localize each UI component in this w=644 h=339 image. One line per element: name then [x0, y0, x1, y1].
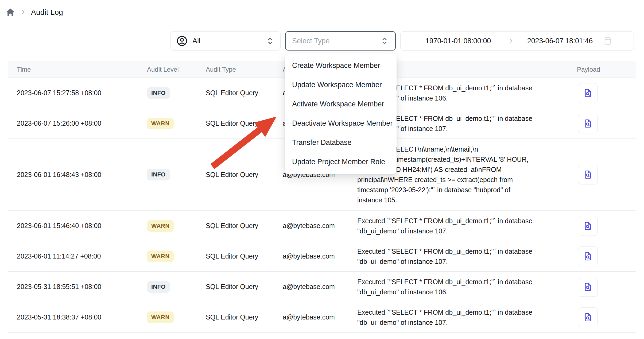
cell-payload: [572, 83, 636, 103]
filter-bar: All Select Type 1970-01-01 08:00:00 2023…: [0, 31, 644, 51]
breadcrumb: Audit Log: [0, 0, 644, 18]
type-option[interactable]: Activate Workspace Member: [285, 94, 397, 114]
cell-audit-level: INFO: [147, 87, 206, 99]
payload-view-button[interactable]: [578, 216, 598, 236]
payload-document-search-icon: [583, 170, 593, 180]
table-row: 2023-06-01 11:14:27 +08:00WARNSQL Editor…: [8, 241, 636, 272]
cell-payload: [572, 277, 636, 297]
date-range-start[interactable]: 1970-01-01 08:00:00: [425, 37, 491, 45]
payload-view-button[interactable]: [578, 246, 598, 266]
cell-time: 2023-05-31 18:55:51 +08:00: [8, 283, 147, 291]
type-filter-select[interactable]: Select Type: [285, 31, 396, 51]
cell-audit-level: INFO: [147, 281, 206, 293]
cell-time: 2023-06-07 15:27:58 +08:00: [8, 89, 147, 97]
payload-document-search-icon: [583, 221, 593, 231]
cell-actor: a@bytebase.com: [283, 222, 357, 230]
cell-comment: Executed `"SELECT * FROM db_ui_demo.t1;"…: [357, 216, 572, 236]
cell-actor: a@bytebase.com: [283, 252, 357, 260]
cell-time: 2023-06-01 15:46:40 +08:00: [8, 222, 147, 230]
home-icon[interactable]: [5, 7, 15, 17]
cell-actor: a@bytebase.com: [283, 313, 357, 321]
select-chevrons-icon: [380, 36, 389, 46]
person-circle-icon: [176, 35, 188, 47]
cell-audit-type: SQL Editor Query: [206, 252, 283, 260]
cell-audit-type: SQL Editor Query: [206, 313, 283, 321]
payload-view-button[interactable]: [578, 114, 598, 133]
column-header-time: Time: [8, 66, 147, 73]
date-range-picker[interactable]: 1970-01-01 08:00:00 2023-06-07 18:01:46: [400, 31, 634, 51]
audit-level-badge: WARN: [147, 220, 174, 232]
cell-payload: [572, 165, 636, 184]
type-filter-dropdown: Create Workspace MemberUpdate Workspace …: [285, 53, 397, 174]
type-option[interactable]: Update Workspace Member: [285, 75, 397, 94]
cell-payload: [572, 114, 636, 133]
type-filter-placeholder: Select Type: [292, 37, 330, 45]
cell-audit-level: WARN: [147, 118, 206, 129]
chevron-right-icon: [20, 9, 26, 15]
cell-audit-type: SQL Editor Query: [206, 222, 283, 230]
audit-level-badge: INFO: [147, 281, 170, 293]
payload-document-search-icon: [583, 88, 593, 98]
cell-time: 2023-05-31 18:38:37 +08:00: [8, 313, 147, 321]
cell-audit-type: SQL Editor Query: [206, 89, 283, 97]
cell-comment: Executed `"SELECT * FROM db_ui_demo.t1;"…: [357, 277, 572, 297]
payload-document-search-icon: [583, 282, 593, 292]
column-header-level: Audit Level: [147, 66, 206, 73]
cell-time: 2023-06-01 16:48:43 +08:00: [8, 171, 147, 179]
select-chevrons-icon: [266, 36, 274, 46]
type-option[interactable]: Update Project Member Role: [285, 152, 397, 171]
payload-view-button[interactable]: [578, 307, 598, 327]
cell-time: 2023-06-07 15:26:00 +08:00: [8, 120, 147, 127]
page-title: Audit Log: [31, 8, 63, 17]
cell-audit-type: SQL Editor Query: [206, 283, 283, 291]
cell-audit-level: WARN: [147, 251, 206, 262]
payload-view-button[interactable]: [578, 165, 598, 184]
table-row: 2023-05-31 18:38:37 +08:00WARNSQL Editor…: [8, 302, 636, 333]
column-header-payload: Payload: [572, 66, 636, 73]
payload-document-search-icon: [583, 118, 593, 129]
cell-audit-level: WARN: [147, 220, 206, 232]
cell-payload: [572, 307, 636, 327]
arrow-right-icon: [505, 38, 513, 44]
table-row-partial: [8, 333, 636, 339]
cell-time: 2023-06-01 11:14:27 +08:00: [8, 252, 147, 260]
payload-document-search-icon: [583, 312, 593, 322]
cell-payload: [572, 216, 636, 236]
table-row: 2023-06-01 15:46:40 +08:00WARNSQL Editor…: [8, 211, 636, 241]
member-filter-value: All: [192, 37, 200, 45]
cell-audit-level: INFO: [147, 169, 206, 180]
audit-level-badge: WARN: [147, 311, 174, 323]
cell-audit-type: SQL Editor Query: [206, 171, 283, 179]
cell-audit-level: WARN: [147, 311, 206, 323]
table-row: 2023-05-31 18:55:51 +08:00INFOSQL Editor…: [8, 272, 636, 302]
cell-actor: a@bytebase.com: [283, 283, 357, 291]
type-option[interactable]: Deactivate Workspace Member: [285, 114, 397, 133]
audit-level-badge: INFO: [147, 169, 170, 180]
type-option[interactable]: Transfer Database: [285, 133, 397, 152]
cell-payload: [572, 246, 636, 266]
payload-view-button[interactable]: [578, 277, 598, 297]
cell-comment: Executed `"SELECT * FROM db_ui_demo.t1;"…: [357, 307, 572, 328]
calendar-icon: [603, 36, 612, 46]
member-filter-select[interactable]: All: [170, 31, 281, 51]
cell-audit-type: SQL Editor Query: [206, 120, 283, 127]
column-header-type: Audit Type: [206, 66, 283, 73]
payload-view-button[interactable]: [578, 83, 598, 103]
cell-comment: Executed `"SELECT * FROM db_ui_demo.t1;"…: [357, 246, 572, 267]
payload-document-search-icon: [583, 251, 593, 261]
date-range-end[interactable]: 2023-06-07 18:01:46: [527, 37, 593, 45]
audit-level-badge: INFO: [147, 87, 170, 99]
audit-level-badge: WARN: [147, 251, 174, 262]
type-option[interactable]: Create Workspace Member: [285, 56, 397, 75]
audit-level-badge: WARN: [147, 118, 174, 129]
